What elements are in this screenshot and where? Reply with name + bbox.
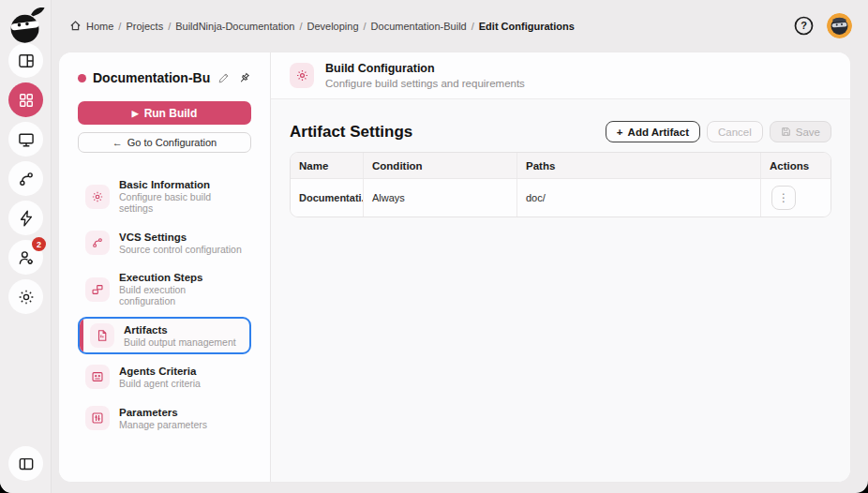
nav-item-label: Artifacts [124,324,236,336]
config-title-row: Documentation-Bu... [78,70,251,85]
rail-item-agents-monitor[interactable] [8,122,43,157]
nav-item-sub: Build output management [124,336,236,348]
user-avatar[interactable] [827,13,852,38]
main-card: Documentation-Bu... ▶ Run Build [58,52,851,483]
question-mark: ? [801,20,807,31]
steps-icon [85,277,110,302]
user-gear-icon [17,248,36,267]
rail-collapse-button[interactable] [8,446,43,481]
table-row: Documentati... Always doc/ ⋮ [291,179,831,217]
config-title: Documentation-Bu... [93,70,211,85]
nav-item-basic-information[interactable]: Basic Information Configure basic build … [78,172,251,220]
save-label: Save [796,127,820,138]
column-name: Name [291,153,363,178]
gear-icon [17,288,36,306]
breadcrumb-separator: / [299,21,302,32]
branch-icon [17,170,36,188]
config-nav: Basic Information Configure basic build … [78,172,251,437]
rail-item-users[interactable]: 2 [8,240,43,275]
cell-condition: Always [363,179,516,217]
apps-grid-icon [17,91,36,110]
add-artifact-label: Add Artifact [628,127,689,138]
nav-item-sub: Manage parameters [119,419,207,430]
branch-icon [85,231,110,255]
cell-paths: doc/ [516,179,760,217]
column-paths: Paths [516,153,760,178]
row-actions-button[interactable]: ⋮ [771,186,796,210]
nav-item-label: Basic Information [119,179,244,190]
cancel-label: Cancel [718,127,752,138]
play-icon: ▶ [132,109,139,118]
breadcrumb-separator: / [118,21,121,32]
rail-item-projects[interactable] [8,82,43,117]
go-to-configuration-button[interactable]: ← Go to Configuration [78,132,251,153]
breadcrumb-build[interactable]: Documentation-Build [371,21,467,32]
content-header: Build Configuration Configure build sett… [271,52,850,99]
breadcrumb-project[interactable]: BuildNinja-Documentation [175,21,294,32]
save-button[interactable]: Save [770,121,831,142]
agent-icon [85,365,110,389]
help-button[interactable]: ? [793,15,815,37]
breadcrumb-separator: / [471,21,474,32]
nav-item-parameters[interactable]: Parameters Manage parameters [78,399,251,437]
section-title: Artifact Settings [290,123,412,142]
column-actions: Actions [760,153,831,178]
status-dot [78,74,86,82]
gear-icon [85,185,110,209]
pin-icon[interactable] [237,71,251,85]
breadcrumb-subproject[interactable]: Developing [307,21,358,32]
nav-item-sub: Configure basic build settings [119,191,244,214]
breadcrumb-current: Edit Configurations [479,21,575,32]
save-icon [781,127,791,137]
section-header: Artifact Settings + Add Artifact Cancel [290,121,831,142]
run-build-label: Run Build [144,107,198,120]
add-artifact-button[interactable]: + Add Artifact [606,121,700,142]
rail-item-vcs[interactable] [8,161,43,196]
artifacts-table: Name Condition Paths Actions Documentati… [290,152,831,217]
cell-name: Documentati... [291,179,363,217]
breadcrumb-projects[interactable]: Projects [126,21,163,32]
breadcrumb: Home / Projects / BuildNinja-Documentati… [69,20,793,32]
kebab-icon: ⋮ [778,191,789,204]
main-content: Build Configuration Configure build sett… [271,52,850,482]
run-build-button[interactable]: ▶ Run Build [78,101,251,125]
breadcrumb-separator: / [168,21,171,32]
bolt-icon [17,209,36,228]
app-window: 2 Home [0,0,868,493]
nav-item-label: Execution Steps [119,272,244,283]
left-rail: 2 [0,0,52,493]
nav-item-execution-steps[interactable]: Execution Steps Build execution configur… [78,265,251,313]
nav-item-agents-criteria[interactable]: Agents Criteria Build agent criteria [78,358,251,396]
table-header: Name Condition Paths Actions [291,153,831,179]
breadcrumb-separator: / [364,21,367,32]
monitor-icon [17,130,36,149]
nav-item-artifacts[interactable]: Artifacts Build output management [78,317,251,354]
plus-icon: + [617,127,623,138]
cell-actions: ⋮ [760,179,831,217]
page-title: Build Configuration [325,62,525,75]
file-icon [90,323,114,348]
layout-icon [17,52,36,70]
notification-badge: 2 [32,237,46,251]
edit-icon[interactable] [217,71,231,84]
config-sidebar: Documentation-Bu... ▶ Run Build [59,52,271,482]
nav-item-vcs-settings[interactable]: VCS Settings Source control configuratio… [78,224,251,261]
gear-icon [290,63,314,88]
page-subtitle: Configure build settings and requirement… [325,78,525,89]
back-arrow-icon: ← [112,137,123,148]
nav-item-sub: Build execution configuration [119,284,244,306]
collapse-panel-icon [17,455,36,473]
rail-item-layout[interactable] [8,43,43,78]
nav-item-label: Agents Criteria [119,366,201,377]
home-icon [69,20,82,32]
cancel-button[interactable]: Cancel [707,121,763,142]
nav-item-sub: Source control configuration [119,244,242,255]
breadcrumb-home[interactable]: Home [86,21,113,32]
rail-item-settings[interactable] [8,279,43,314]
nav-item-label: Parameters [119,407,207,418]
column-condition: Condition [363,153,516,178]
rail-item-actions[interactable] [8,201,43,235]
nav-item-sub: Build agent criteria [119,378,201,389]
sliders-icon [85,406,110,430]
go-to-configuration-label: Go to Configuration [127,137,217,148]
